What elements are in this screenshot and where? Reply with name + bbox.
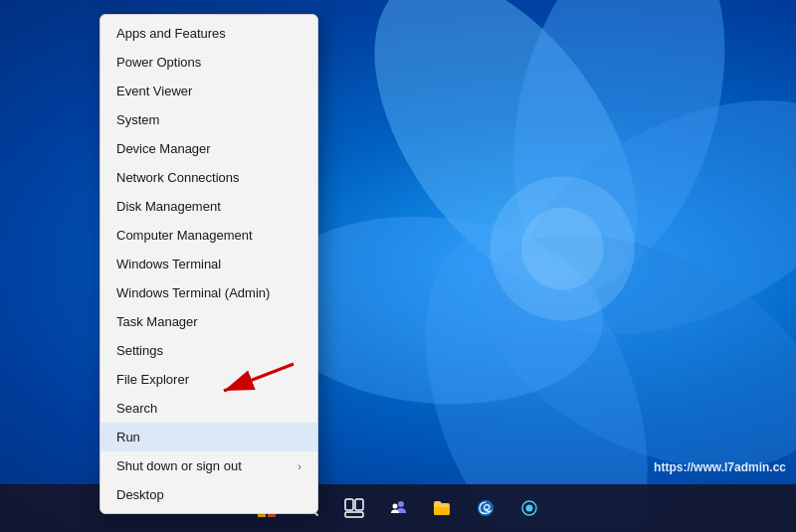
menu-item-label: Run bbox=[116, 430, 140, 444]
edge-icon[interactable] bbox=[466, 488, 505, 528]
menu-item-label: Disk Management bbox=[116, 199, 221, 214]
menu-item-label: File Explorer bbox=[116, 372, 189, 387]
menu-item-run[interactable]: Run bbox=[100, 423, 317, 451]
menu-item-event-viewer[interactable]: Event Viewer bbox=[100, 77, 317, 105]
menu-item-label: Device Manager bbox=[116, 141, 211, 156]
menu-item-settings[interactable]: Settings bbox=[100, 336, 317, 365]
context-menu: Apps and FeaturesPower OptionsEvent View… bbox=[100, 14, 318, 514]
menu-item-shut-down-or-sign-out[interactable]: Shut down or sign out› bbox=[100, 451, 317, 480]
menu-item-task-manager[interactable]: Task Manager bbox=[100, 307, 317, 336]
windows-flower bbox=[298, 0, 796, 527]
svg-rect-17 bbox=[355, 499, 363, 510]
svg-point-7 bbox=[521, 208, 604, 290]
menu-item-label: Desktop bbox=[116, 487, 164, 502]
menu-item-label: Shut down or sign out bbox=[116, 458, 242, 473]
menu-item-apps-and-features[interactable]: Apps and Features bbox=[100, 19, 317, 48]
submenu-chevron-icon: › bbox=[298, 460, 301, 472]
menu-item-desktop[interactable]: Desktop bbox=[100, 480, 317, 509]
menu-item-file-explorer[interactable]: File Explorer bbox=[100, 365, 317, 394]
menu-item-label: Apps and Features bbox=[116, 26, 226, 41]
menu-item-system[interactable]: System bbox=[100, 105, 317, 134]
menu-item-device-manager[interactable]: Device Manager bbox=[100, 134, 317, 163]
menu-item-label: Windows Terminal (Admin) bbox=[116, 285, 270, 300]
watermark: https://www.l7admin.cc bbox=[654, 460, 786, 474]
store-icon[interactable] bbox=[509, 488, 549, 528]
menu-item-network-connections[interactable]: Network Connections bbox=[100, 163, 317, 192]
task-view-icon[interactable] bbox=[334, 488, 374, 528]
menu-item-label: Computer Management bbox=[116, 228, 253, 243]
menu-item-label: Windows Terminal bbox=[116, 257, 221, 271]
menu-item-label: System bbox=[116, 112, 159, 127]
svg-point-19 bbox=[398, 501, 404, 507]
menu-item-label: Power Options bbox=[116, 55, 201, 70]
svg-rect-16 bbox=[345, 499, 353, 510]
teams-icon[interactable] bbox=[378, 488, 418, 528]
menu-item-label: Event Viewer bbox=[116, 84, 192, 98]
menu-item-power-options[interactable]: Power Options bbox=[100, 48, 317, 77]
menu-item-label: Network Connections bbox=[116, 170, 240, 185]
menu-item-windows-terminal-(admin)[interactable]: Windows Terminal (Admin) bbox=[100, 278, 317, 307]
file-explorer-icon[interactable] bbox=[422, 488, 462, 528]
menu-item-disk-management[interactable]: Disk Management bbox=[100, 192, 317, 221]
svg-point-20 bbox=[393, 504, 398, 509]
menu-item-windows-terminal[interactable]: Windows Terminal bbox=[100, 250, 317, 278]
menu-item-label: Task Manager bbox=[116, 314, 198, 329]
svg-rect-18 bbox=[345, 512, 363, 517]
menu-item-label: Settings bbox=[116, 343, 163, 358]
menu-item-search[interactable]: Search bbox=[100, 394, 317, 423]
desktop: Apps and FeaturesPower OptionsEvent View… bbox=[0, 0, 796, 532]
svg-point-23 bbox=[526, 505, 533, 512]
menu-item-computer-management[interactable]: Computer Management bbox=[100, 221, 317, 250]
menu-item-label: Search bbox=[116, 401, 157, 416]
